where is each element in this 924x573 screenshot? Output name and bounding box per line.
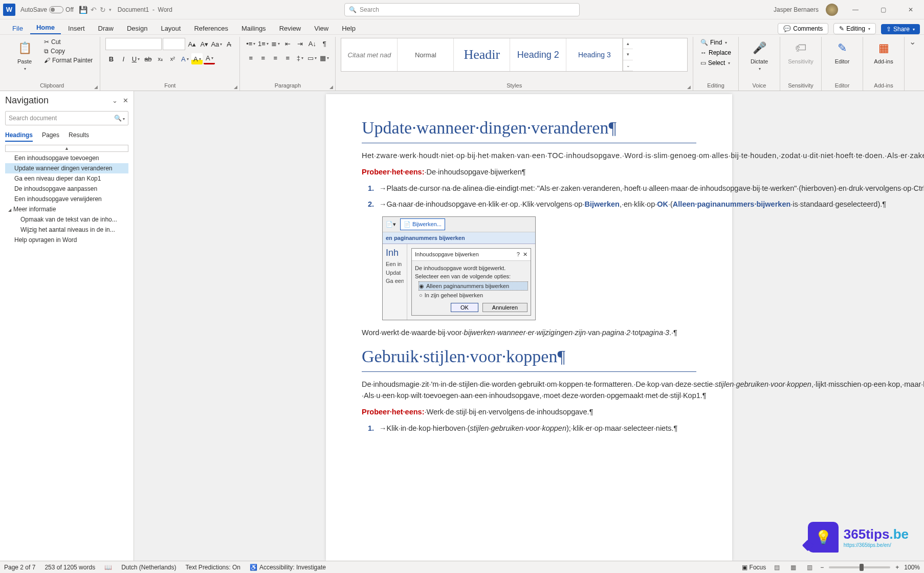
user-avatar[interactable] <box>826 4 838 16</box>
sort-icon[interactable]: A↓ <box>306 38 318 49</box>
toggle-icon[interactable] <box>49 6 63 13</box>
align-right-icon[interactable]: ≡ <box>270 52 281 63</box>
clear-format-icon[interactable]: A̶ <box>223 38 234 50</box>
font-name-input[interactable] <box>105 38 162 50</box>
status-words[interactable]: 253 of 1205 words <box>45 564 95 571</box>
paragraph[interactable]: De·inhoudsmagie·zit·'m·in·de·stijlen·die… <box>362 379 696 402</box>
undo-icon[interactable]: ↶ <box>91 6 97 14</box>
nav-tab-pages[interactable]: Pages <box>42 131 59 142</box>
zoom-in-button[interactable]: + <box>895 564 899 571</box>
autosave-toggle[interactable]: AutoSave Off <box>20 6 74 13</box>
tab-references[interactable]: References <box>188 21 234 34</box>
paste-button[interactable]: 📋 Paste▾ <box>9 38 40 73</box>
editing-mode-button[interactable]: ✎ Editing ▾ <box>833 23 876 34</box>
show-marks-icon[interactable]: ¶ <box>319 38 330 49</box>
nav-tab-headings[interactable]: Headings <box>5 131 33 142</box>
close-icon[interactable]: ✕ <box>123 97 128 104</box>
comments-button[interactable]: 💬 Comments <box>778 23 828 34</box>
chevron-down-icon[interactable]: ⌄ <box>112 97 118 104</box>
tab-home[interactable]: Home <box>30 20 61 34</box>
dialog-launcher-icon[interactable]: ◢ <box>234 84 237 90</box>
nav-heading-item[interactable]: Een inhoudsopgave toevoegen <box>5 153 128 163</box>
multilevel-icon[interactable]: ≣▾ <box>270 38 281 49</box>
style-quote[interactable]: Citaat met nad <box>341 38 398 71</box>
borders-icon[interactable]: ▦▾ <box>319 52 330 63</box>
underline-icon[interactable]: U▾ <box>130 53 141 64</box>
paragraph[interactable]: Word·werkt·de·waarde·bij·voor·bijwerken·… <box>362 327 696 339</box>
tab-file[interactable]: File <box>6 21 29 34</box>
tell-me-search[interactable]: 🔍 Search <box>344 3 580 16</box>
nav-jump-top[interactable]: ▲ <box>5 145 128 152</box>
subscript-icon[interactable]: x₂ <box>155 53 166 64</box>
paragraph[interactable]: Probeer·het·eens:·De·inhoudsopgave·bijwe… <box>362 167 696 178</box>
nav-heading-item[interactable]: De inhoudsopgave aanpassen <box>5 184 128 194</box>
style-heading2[interactable]: Heading 2 <box>510 38 566 71</box>
nav-heading-item[interactable]: Een inhoudsopgave verwijderen <box>5 194 128 204</box>
heading-1[interactable]: Gebruik·stijlen·voor·koppen¶ <box>362 343 696 372</box>
close-button[interactable]: ✕ <box>900 6 921 13</box>
tab-mailings[interactable]: Mailings <box>235 21 272 34</box>
redo-icon[interactable]: ↻ <box>100 6 106 14</box>
styles-gallery[interactable]: Citaat met nad Normal Headir Heading 2 H… <box>341 38 688 72</box>
zoom-level[interactable]: 100% <box>904 564 920 571</box>
status-accessibility[interactable]: ♿ Accessibility: Investigate <box>250 564 326 571</box>
heading-1[interactable]: Update·wanneer·dingen·veranderen¶ <box>362 115 696 143</box>
user-name[interactable]: Jasper Bernaers <box>774 6 819 13</box>
qat-customize-icon[interactable]: ▾ <box>109 7 112 12</box>
minimize-button[interactable]: — <box>845 6 866 13</box>
nav-heading-item[interactable]: Update wanneer dingen veranderen <box>5 163 128 173</box>
align-center-icon[interactable]: ≡ <box>257 52 269 63</box>
status-language[interactable]: Dutch (Netherlands) <box>121 564 176 571</box>
nav-tab-results[interactable]: Results <box>69 131 89 142</box>
font-color-icon[interactable]: A▾ <box>204 53 215 64</box>
paragraph[interactable]: Het·zware·werk·houdt·niet·op·bij·het·mak… <box>362 150 696 162</box>
dialog-launcher-icon[interactable]: ◢ <box>94 84 98 90</box>
copy-button[interactable]: ⧉Copy <box>42 47 95 55</box>
nav-heading-item[interactable]: Wijzig het aantal niveaus in de in... <box>5 225 128 235</box>
nav-search-input[interactable]: Search document 🔍▾ <box>5 111 128 125</box>
style-normal[interactable]: Normal <box>398 38 454 71</box>
page[interactable]: Update·wanneer·dingen·veranderen¶ Het·zw… <box>326 94 732 561</box>
align-left-icon[interactable]: ≡ <box>245 52 256 63</box>
style-heading1[interactable]: Headir <box>454 38 510 71</box>
list-item[interactable]: →Plaats·de·cursor·na·de·alinea·die·eindi… <box>376 183 696 194</box>
tab-design[interactable]: Design <box>121 21 153 34</box>
replace-button[interactable]: ↔ Replace <box>698 48 733 57</box>
zoom-slider[interactable] <box>829 566 890 568</box>
bold-icon[interactable]: B <box>105 53 117 64</box>
strike-icon[interactable]: ab <box>142 53 153 64</box>
list-item[interactable]: →Ga·naar·de·inhoudsopgave·en·klik·er·op.… <box>376 199 696 210</box>
maximize-button[interactable]: ▢ <box>873 6 893 13</box>
addins-button[interactable]: ▦Add-ins <box>868 38 899 67</box>
grow-font-icon[interactable]: A▴ <box>186 38 197 50</box>
find-button[interactable]: 🔍 Find▾ <box>698 38 729 47</box>
dec-indent-icon[interactable]: ⇤ <box>282 38 293 49</box>
save-icon[interactable]: 💾 <box>79 6 87 14</box>
dialog-launcher-icon[interactable]: ◢ <box>329 84 333 90</box>
font-size-input[interactable] <box>163 38 185 50</box>
style-heading3[interactable]: Heading 3 <box>566 38 623 71</box>
nav-heading-item[interactable]: Ga een niveau dieper dan Kop1 <box>5 173 128 184</box>
status-page[interactable]: Page 2 of 7 <box>4 564 35 571</box>
list-item[interactable]: →Klik·in·de·kop·hierboven·(stijlen·gebru… <box>376 423 696 434</box>
document-area[interactable]: Update·wanneer·dingen·veranderen¶ Het·zw… <box>134 91 924 561</box>
numbering-icon[interactable]: 1≡▾ <box>257 38 269 49</box>
status-predictions[interactable]: Text Predictions: On <box>186 564 240 571</box>
shrink-font-icon[interactable]: A▾ <box>199 38 210 50</box>
nav-heading-item[interactable]: Meer informatie <box>5 204 128 214</box>
collapse-ribbon-icon[interactable]: ⌄ <box>909 37 916 47</box>
format-painter-button[interactable]: 🖌Format Painter <box>42 56 95 64</box>
web-layout-icon[interactable]: ▥ <box>804 563 815 572</box>
select-button[interactable]: ▭ Select▾ <box>698 58 732 68</box>
text-effects-icon[interactable]: A▾ <box>179 53 190 64</box>
dictate-button[interactable]: 🎤Dictate▾ <box>744 38 775 73</box>
tab-insert[interactable]: Insert <box>62 21 91 34</box>
tab-review[interactable]: Review <box>273 21 307 34</box>
cut-button[interactable]: ✂Cut <box>42 38 95 46</box>
superscript-icon[interactable]: x² <box>167 53 178 64</box>
print-layout-icon[interactable]: ▦ <box>787 563 799 572</box>
read-mode-icon[interactable]: ▤ <box>771 563 782 572</box>
line-spacing-icon[interactable]: ‡▾ <box>294 52 305 63</box>
change-case-icon[interactable]: Aa▾ <box>211 38 222 50</box>
highlight-icon[interactable]: A▾ <box>191 53 203 64</box>
